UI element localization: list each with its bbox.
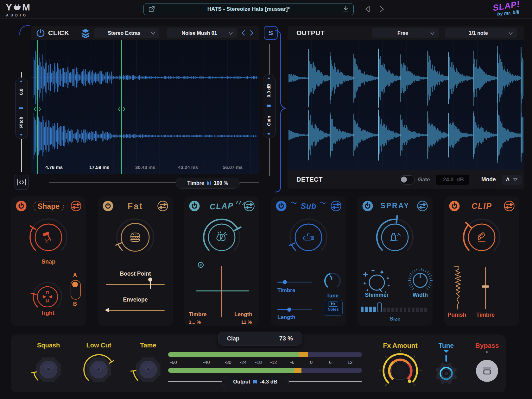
click-timbre-slider[interactable]: Timbre 100 %: [176, 178, 240, 189]
size-meter[interactable]: [361, 302, 430, 312]
clap-x-value[interactable]: 1... %: [189, 319, 201, 325]
click-category-dropdown[interactable]: Stereo Extras: [94, 28, 159, 38]
clap-hands-icon: [216, 231, 227, 241]
arrow-up-icon[interactable]: [267, 77, 271, 79]
boost-point-slider[interactable]: [106, 277, 165, 290]
spray-knob[interactable]: [371, 214, 419, 261]
pitch-value[interactable]: 0.0: [19, 87, 24, 96]
fx-amount-knob[interactable]: [377, 347, 424, 395]
size-bar: [408, 308, 410, 312]
clap-xy-indicator[interactable]: [197, 261, 204, 268]
click-waveform-display[interactable]: 4.76 ms 17.59 ms 30.43 ms 43.24 ms 56.07…: [31, 40, 259, 174]
sample-next-icon[interactable]: [248, 29, 255, 36]
boost-point-handle[interactable]: [148, 277, 152, 282]
arrow-right-icon[interactable]: [254, 380, 256, 383]
snap-label: Snap: [25, 259, 72, 265]
sub-length-handle[interactable]: [287, 308, 291, 312]
clap-xy-vline[interactable]: [221, 266, 222, 317]
output-gain-value[interactable]: -4.3 dB: [260, 379, 277, 385]
loop-expand-button[interactable]: [15, 175, 28, 190]
clap-knob[interactable]: [198, 214, 245, 261]
fat-swap-icon[interactable]: [157, 200, 168, 212]
sub-timbre-handle[interactable]: [283, 280, 287, 284]
size-handle[interactable]: [377, 302, 382, 312]
preset-bar[interactable]: HATS - Stereoize Hats [mussar]*: [143, 3, 354, 15]
boost-point-track[interactable]: [106, 284, 165, 285]
submarine-icon: [303, 234, 314, 240]
shape-tight-knob[interactable]: [30, 279, 65, 314]
output-note-dropdown[interactable]: 1/1 note: [445, 28, 517, 38]
sub-timbre-slider[interactable]: [277, 280, 312, 284]
bypass-button[interactable]: [476, 360, 498, 382]
squash-knob[interactable]: [31, 352, 66, 387]
clap-xy-hline[interactable]: [196, 290, 249, 291]
arrow-down-icon[interactable]: [19, 134, 23, 136]
timbre-value[interactable]: 100 %: [214, 180, 228, 186]
timbre-label: Timbre: [187, 180, 204, 186]
gate-toggle[interactable]: [400, 175, 415, 184]
clip-timbre-label: Timbre: [473, 312, 498, 318]
gate-threshold-value[interactable]: -24.0: [441, 177, 453, 183]
layers-icon[interactable]: [80, 28, 91, 38]
output-sync-dropdown[interactable]: Free: [372, 28, 439, 38]
gain-value[interactable]: 0.0 dB: [266, 82, 271, 99]
spray-swap-icon[interactable]: [417, 200, 428, 212]
arrow-right-icon[interactable]: [206, 181, 209, 185]
ab-toggle-knob[interactable]: [72, 282, 78, 287]
sub-knob[interactable]: [285, 214, 332, 261]
bottom-tune-knob[interactable]: [432, 359, 460, 388]
spray-width-knob[interactable]: [405, 265, 435, 296]
envelope-handle[interactable]: [104, 307, 110, 313]
clap-y-value[interactable]: 11 %: [241, 319, 252, 325]
clip-timbre-handle[interactable]: [482, 285, 489, 288]
notes-option[interactable]: Notes: [324, 307, 342, 312]
chevron-down-icon: [513, 178, 518, 182]
save-download-icon[interactable]: [343, 6, 349, 13]
end-cursor[interactable]: [118, 40, 125, 174]
envelope-track[interactable]: [106, 310, 165, 311]
pitch-slider[interactable]: 0.0 Pitch: [15, 78, 28, 139]
click-sample-dropdown[interactable]: Noise Mush 01: [167, 28, 237, 38]
ab-toggle[interactable]: [71, 280, 81, 300]
sample-prev-icon[interactable]: [240, 29, 247, 36]
tame-knob[interactable]: [131, 352, 166, 387]
preset-prev-button[interactable]: [364, 5, 372, 13]
arrow-down-icon[interactable]: [267, 133, 271, 135]
gate-threshold-unit: dB: [457, 177, 464, 183]
hz-option[interactable]: Hz: [328, 302, 339, 307]
output-gain-slider[interactable]: Output -4.3 dB: [222, 376, 289, 387]
clip-knob[interactable]: [458, 214, 505, 261]
export-icon[interactable]: [148, 6, 155, 13]
meter-bottom: [168, 368, 362, 373]
click-power-icon[interactable]: [36, 28, 45, 38]
bypass-led: [486, 351, 488, 353]
envelope-slider[interactable]: [106, 305, 165, 315]
click-sample-value: Noise Mush 01: [181, 30, 217, 36]
preset-title[interactable]: HATS - Stereoize Hats [mussar]*: [156, 3, 341, 15]
sub-swap-icon[interactable]: [330, 200, 342, 212]
sub-tune-knob[interactable]: [322, 271, 343, 291]
drag-grip-icon[interactable]: [267, 103, 271, 108]
clap-swap-icon[interactable]: [244, 200, 255, 212]
arrow-up-icon[interactable]: [19, 80, 23, 83]
gate-toggle-knob[interactable]: [401, 177, 407, 183]
mode-dropdown[interactable]: A: [502, 175, 522, 185]
gate-threshold-box[interactable]: -24.0 dB: [436, 175, 469, 185]
time-label: 56.07 ms: [223, 165, 243, 170]
chevron-down-icon: [430, 31, 435, 35]
clip-timbre-slider[interactable]: [478, 266, 493, 311]
size-bar: [416, 308, 419, 312]
clip-punish-slider[interactable]: [448, 266, 467, 311]
shape-swap-icon[interactable]: [70, 200, 82, 212]
gain-slider[interactable]: 0.0 dB Gain: [263, 74, 276, 138]
shape-snap-knob[interactable]: [25, 214, 72, 261]
clip-swap-icon[interactable]: [504, 200, 515, 212]
clap-amount-tooltip[interactable]: Clap 73 %: [218, 332, 301, 346]
preset-next-button[interactable]: [377, 5, 386, 13]
sub-length-slider[interactable]: [277, 307, 312, 312]
hz-notes-toggle[interactable]: Hz Notes: [324, 300, 343, 316]
fat-knob[interactable]: [111, 214, 159, 261]
drag-grip-icon[interactable]: [19, 105, 23, 109]
size-bar: [424, 308, 427, 312]
lowcut-knob[interactable]: [81, 352, 116, 387]
